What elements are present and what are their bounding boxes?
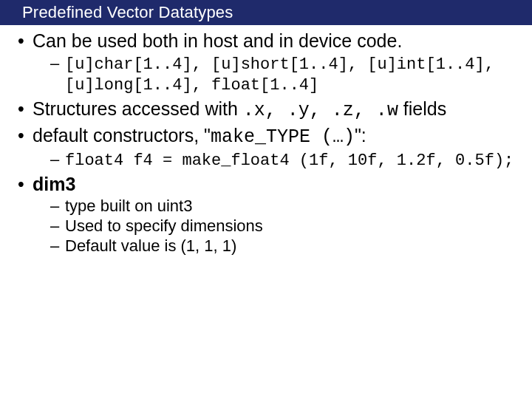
bullet-3: default constructors, "make_TYPE (…)": f… — [13, 124, 522, 171]
bullet-1-text: Can be used both in host and in device c… — [33, 30, 402, 51]
slide-title: Predefined Vector Datatypes — [0, 0, 532, 25]
bullet-list: Can be used both in host and in device c… — [13, 30, 522, 256]
bullet-3-sublist: float4 f4 = make_float4 (1f, 10f, 1.2f, … — [33, 150, 522, 171]
bullet-2-post: fields — [398, 98, 446, 119]
bullet-2-code: .x, .y, .z, .w — [243, 100, 398, 121]
bullet-4-sub-2: Used to specify dimensions — [50, 216, 522, 236]
bullet-1-sub-1-code: [u]char[1..4], [u]short[1..4], [u]int[1.… — [65, 55, 494, 95]
bullet-4-sub-1-text: type built on uint3 — [65, 197, 192, 215]
bullet-1-sub-1: [u]char[1..4], [u]short[1..4], [u]int[1.… — [50, 54, 522, 97]
bullet-2-pre: Structures accessed with — [33, 98, 243, 119]
bullet-3-pre: default constructors, " — [33, 125, 211, 146]
bullet-4-sub-3-text: Default value is (1, 1, 1) — [65, 236, 236, 255]
bullet-2: Structures accessed with .x, .y, .z, .w … — [13, 98, 522, 123]
bullet-4-sub-2-text: Used to specify dimensions — [65, 216, 263, 235]
bullet-1: Can be used both in host and in device c… — [13, 30, 522, 96]
bullet-4-sublist: type built on uint3 Used to specify dime… — [33, 197, 522, 256]
bullet-4-sub-1: type built on uint3 — [50, 197, 522, 216]
bullet-3-post: ": — [355, 125, 366, 146]
slide: Predefined Vector Datatypes Can be used … — [0, 0, 532, 399]
bullet-4-text: dim3 — [33, 174, 75, 194]
bullet-3-sub-1-code: float4 f4 = make_float4 (1f, 10f, 1.2f, … — [65, 151, 514, 170]
bullet-3-sub-1: float4 f4 = make_float4 (1f, 10f, 1.2f, … — [50, 150, 522, 171]
bullet-4: dim3 type built on uint3 Used to specify… — [13, 173, 522, 256]
slide-content: Can be used both in host and in device c… — [0, 25, 532, 256]
bullet-3-code: make_TYPE (…) — [211, 126, 355, 148]
bullet-4-sub-3: Default value is (1, 1, 1) — [50, 236, 522, 256]
bullet-1-sublist: [u]char[1..4], [u]short[1..4], [u]int[1.… — [33, 54, 522, 97]
